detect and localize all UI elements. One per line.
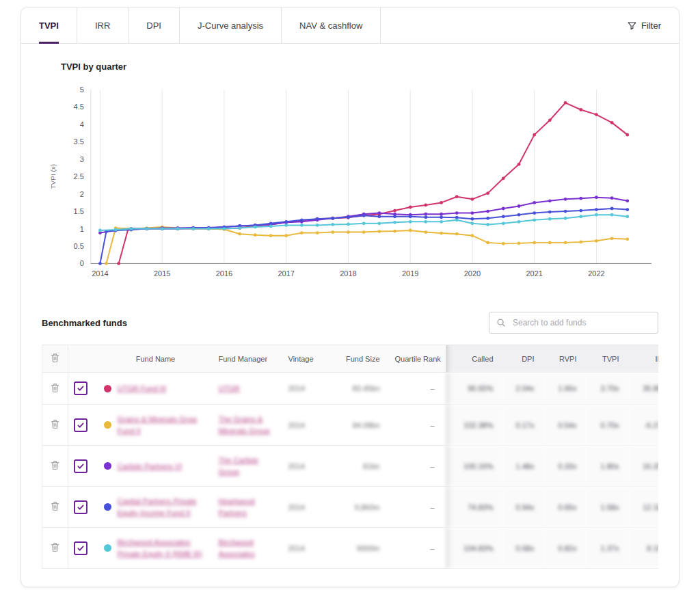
svg-text:2018: 2018 <box>340 269 356 278</box>
tvpi-cell: 3.70x <box>587 373 629 405</box>
fund-checkbox[interactable] <box>74 381 88 395</box>
fund-name-link[interactable]: Grains & Minerals Grow Fund II <box>118 414 208 436</box>
tab-irr[interactable]: IRR <box>77 8 129 43</box>
funds-section-title: Benchmarked funds <box>42 318 127 328</box>
svg-text:1.5: 1.5 <box>74 207 84 215</box>
tvpi-cell: 1.80x <box>587 446 629 487</box>
tab-dpi[interactable]: DPI <box>129 8 180 43</box>
delete-fund-button[interactable] <box>50 383 60 394</box>
column-header-rvpi[interactable]: RVPI <box>544 345 587 373</box>
fund-manager-link[interactable]: UTGR <box>219 384 240 392</box>
fund-manager-link[interactable]: The Carlisle Group <box>219 456 259 476</box>
dpi-cell: 0.17x <box>503 405 544 446</box>
fund-search[interactable] <box>489 312 658 334</box>
column-header-dpi[interactable]: DPI <box>503 345 544 373</box>
series-color-dot <box>104 544 111 552</box>
series-color-dot <box>104 421 111 429</box>
tvpi-cell: 0.70x <box>587 405 629 446</box>
vintage-cell: 2014 <box>283 446 327 487</box>
svg-text:3: 3 <box>80 155 84 163</box>
tab-label: DPI <box>146 21 161 31</box>
fund-checkbox[interactable] <box>74 459 88 473</box>
delete-fund-button[interactable] <box>50 542 60 554</box>
column-header-quartile_rank[interactable]: Quartile Rank <box>390 345 446 373</box>
delete-fund-button[interactable] <box>50 460 60 472</box>
checkbox-column-header <box>68 345 98 373</box>
fund-name-link[interactable]: UTGR Fund III <box>118 383 167 394</box>
trash-icon <box>50 460 60 472</box>
fund-manager-link[interactable]: Heartwood Partners <box>219 497 255 517</box>
tab-nav-cashflow[interactable]: NAV & cashflow <box>282 8 381 43</box>
fund-manager-link[interactable]: The Grains & Minerals Group <box>219 415 270 435</box>
svg-text:2020: 2020 <box>464 269 481 278</box>
series-color-dot <box>104 385 111 392</box>
svg-text:5: 5 <box>80 85 84 94</box>
fund-checkbox[interactable] <box>74 500 88 514</box>
fund-manager-link[interactable]: Birchwood Associates <box>219 538 255 558</box>
fund-name-link[interactable]: Capital Partners Private Equity Income F… <box>118 496 208 518</box>
fund-size-cell: 84.08bn <box>327 405 390 446</box>
rvpi-cell: 0.82x <box>544 528 587 569</box>
svg-text:4.5: 4.5 <box>74 103 84 111</box>
called-cell: 100.16% <box>446 446 503 487</box>
benchmarked-funds-section: Benchmarked funds Fund NameFund ManagerV… <box>21 293 679 587</box>
delete-column-header-trash-icon <box>42 345 68 373</box>
chart-title: TVPI by quarter <box>61 62 661 72</box>
trash-icon <box>50 419 60 431</box>
quartile-rank-cell: – <box>390 446 446 487</box>
dpi-cell: 1.48x <box>503 446 544 487</box>
column-header-vintage[interactable]: Vintage <box>283 345 327 373</box>
fund-row: Birchwood Associates Private Equity II (… <box>42 528 659 569</box>
column-header-called[interactable]: Called <box>446 345 503 373</box>
search-icon <box>496 318 506 327</box>
tab-tvpi[interactable]: TVPI <box>21 8 77 43</box>
fund-size-cell: 9,860m <box>327 487 390 528</box>
table-header-row: Fund NameFund ManagerVintageFund SizeQua… <box>42 345 659 373</box>
called-cell: 96.55% <box>446 373 503 405</box>
fund-name-link[interactable]: Carlisle Partners VI <box>118 461 183 472</box>
trash-icon <box>50 501 60 513</box>
column-header-tvpi[interactable]: TVPI <box>587 345 629 373</box>
fund-checkbox[interactable] <box>74 541 88 555</box>
fund-checkbox[interactable] <box>74 418 88 432</box>
vintage-cell: 2014 <box>283 528 327 569</box>
called-cell: 104.83% <box>446 528 503 569</box>
svg-text:1: 1 <box>80 225 84 233</box>
svg-text:2: 2 <box>80 190 84 198</box>
trash-icon <box>50 383 60 394</box>
tvpi-line-chart: 20142015201620172018201920202021202200.5… <box>43 83 657 287</box>
svg-text:3.5: 3.5 <box>74 137 84 146</box>
tab-j-curve-analysis[interactable]: J-Curve analysis <box>180 8 282 43</box>
irr-cell: 16.20% <box>629 446 659 487</box>
tab-label: TVPI <box>39 21 59 31</box>
fund-search-input[interactable] <box>511 317 651 328</box>
svg-text:0.5: 0.5 <box>74 242 84 250</box>
svg-text:2015: 2015 <box>154 269 170 278</box>
svg-text:2014: 2014 <box>92 269 108 278</box>
tab-label: IRR <box>95 21 110 31</box>
svg-text:2019: 2019 <box>402 269 418 278</box>
fund-size-cell: 9000m <box>327 528 390 569</box>
fund-name-link[interactable]: Birchwood Associates Private Equity II (… <box>118 537 208 559</box>
column-header-irr[interactable]: IRR <box>629 345 659 373</box>
fund-row: Capital Partners Private Equity Income F… <box>42 487 659 528</box>
delete-fund-button[interactable] <box>50 501 60 513</box>
column-header-fund_size[interactable]: Fund Size <box>327 345 390 373</box>
delete-fund-button[interactable] <box>50 419 60 431</box>
irr-cell: 8.19% <box>629 528 659 569</box>
svg-text:2017: 2017 <box>278 269 294 278</box>
vintage-cell: 2014 <box>283 405 327 446</box>
dpi-cell: 0.94x <box>503 487 544 528</box>
tvpi-chart-container: 20142015201620172018201920202021202200.5… <box>39 83 661 290</box>
filter-button[interactable]: Filter <box>610 8 679 43</box>
called-cell: 102.38% <box>446 405 503 446</box>
dpi-cell: 2.04x <box>503 373 544 405</box>
svg-text:2.5: 2.5 <box>74 172 84 180</box>
rvpi-cell: 1.66x <box>544 373 587 405</box>
vintage-cell: 2014 <box>283 487 327 528</box>
column-header-fund_manager[interactable]: Fund Manager <box>213 345 283 373</box>
irr-cell: -6.27% <box>629 405 659 446</box>
column-header-fund_name[interactable]: Fund Name <box>98 345 213 373</box>
vintage-cell: 2014 <box>283 373 327 405</box>
fund-row: Grains & Minerals Grow Fund IIThe Grains… <box>42 405 659 446</box>
